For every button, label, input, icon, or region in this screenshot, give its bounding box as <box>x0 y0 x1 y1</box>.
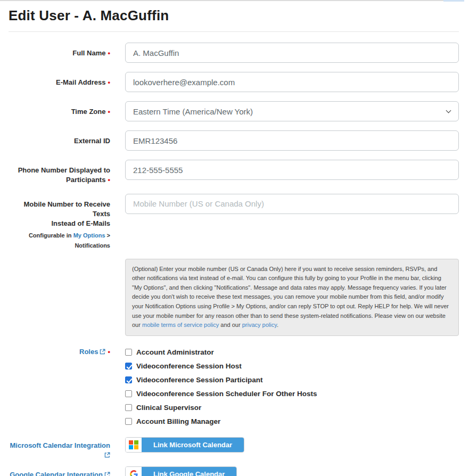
role-checkbox-row[interactable]: Videoconference Session Host <box>125 359 459 373</box>
phone-label: Phone Number Displayed to Participants <box>18 166 110 184</box>
external-link-icon <box>100 349 105 355</box>
google-logo-icon <box>126 467 142 476</box>
role-checkbox-row[interactable]: Clinical Supervisor <box>125 401 459 415</box>
microsoft-calendar-row: Microsoft Calendar Integration Link Micr… <box>9 437 459 459</box>
external-link-icon <box>104 452 110 458</box>
link-google-calendar-label: Link Google Calendar <box>142 467 236 476</box>
role-label: Videoconference Session Host <box>136 362 242 370</box>
role-label: Videoconference Session Participant <box>136 376 263 384</box>
roles-link[interactable]: Roles <box>79 348 105 356</box>
mobile-config-note: Configurable in My Options > Notificatio… <box>9 231 110 250</box>
mobile-label: Mobile Number to Receive TextsInstead of… <box>23 200 110 228</box>
microsoft-calendar-integration-link[interactable]: Microsoft Calendar Integration <box>10 441 110 459</box>
required-dot: • <box>108 108 110 116</box>
role-label: Account Administrator <box>136 348 214 356</box>
top-edge-white-segment <box>464 0 469 2</box>
external-id-label: External ID <box>74 137 110 145</box>
field-row-mobile: Mobile Number to Receive TextsInstead of… <box>9 194 459 251</box>
mobile-info-box: (Optional) Enter your mobile number (US … <box>125 259 459 336</box>
role-label: Clinical Supervisor <box>136 404 201 412</box>
mobile-info-row: (Optional) Enter your mobile number (US … <box>9 259 459 336</box>
link-microsoft-calendar-label: Link Microsoft Calendar <box>142 438 244 452</box>
edit-user-page: Edit User - A. MacGuffin Full Name• E-Ma… <box>0 0 469 476</box>
google-calendar-integration-link[interactable]: Google Calendar Integration <box>10 471 110 476</box>
phone-input[interactable] <box>125 160 459 180</box>
full-name-label: Full Name <box>72 49 105 57</box>
email-label: E-Mail Address <box>56 78 105 86</box>
external-id-input[interactable] <box>125 130 459 151</box>
role-label: Videoconference Session Scheduler For Ot… <box>136 390 317 398</box>
top-edge-blue-segment <box>443 0 464 2</box>
field-row-full-name: Full Name• <box>9 43 459 63</box>
time-zone-select[interactable]: Eastern Time (America/New York) <box>125 101 459 121</box>
edit-user-form: Full Name• E-Mail Address• Time Zone• Ea… <box>9 43 459 476</box>
page-title: Edit User - A. MacGuffin <box>9 7 459 24</box>
full-name-input[interactable] <box>125 43 459 63</box>
required-dot: • <box>108 176 110 184</box>
role-checkbox[interactable] <box>125 418 132 425</box>
field-row-email: E-Mail Address• <box>9 72 459 92</box>
required-dot: • <box>108 348 110 356</box>
privacy-policy-link[interactable]: privacy policy <box>242 322 277 328</box>
roles-row: Roles• Account Administrator Videoconfer… <box>9 344 459 429</box>
role-checkbox-row[interactable]: Videoconference Session Participant <box>125 373 459 387</box>
roles-list: Account Administrator Videoconference Se… <box>125 344 459 429</box>
role-checkbox-row[interactable]: Account Billing Manager <box>125 415 459 429</box>
role-checkbox[interactable] <box>125 349 132 356</box>
field-row-time-zone: Time Zone• Eastern Time (America/New Yor… <box>9 101 459 121</box>
microsoft-logo-icon <box>126 438 142 452</box>
role-checkbox[interactable] <box>125 404 132 411</box>
time-zone-label: Time Zone <box>71 108 106 116</box>
role-label: Account Billing Manager <box>136 417 220 425</box>
role-checkbox[interactable] <box>125 363 132 370</box>
role-checkbox-row[interactable]: Account Administrator <box>125 346 459 359</box>
email-input[interactable] <box>125 72 459 92</box>
required-dot: • <box>108 49 110 57</box>
required-dot: • <box>108 78 110 86</box>
external-link-icon <box>104 472 110 476</box>
mobile-terms-link[interactable]: mobile terms of service policy <box>142 322 219 328</box>
field-row-phone: Phone Number Displayed to Participants• <box>9 160 459 185</box>
mobile-number-input[interactable] <box>125 194 459 214</box>
google-calendar-row: Google Calendar Integration Link Google … <box>9 466 459 476</box>
link-microsoft-calendar-button[interactable]: Link Microsoft Calendar <box>125 437 244 453</box>
title-divider <box>9 31 459 32</box>
role-checkbox-row[interactable]: Videoconference Session Scheduler For Ot… <box>125 387 459 401</box>
link-google-calendar-button[interactable]: Link Google Calendar <box>125 466 237 476</box>
time-zone-select-wrap: Eastern Time (America/New York) <box>125 101 459 121</box>
top-edge-strip <box>0 0 469 1</box>
my-options-link[interactable]: My Options <box>73 232 105 239</box>
role-checkbox[interactable] <box>125 376 132 383</box>
field-row-external-id: External ID <box>9 130 459 151</box>
role-checkbox[interactable] <box>125 390 132 397</box>
